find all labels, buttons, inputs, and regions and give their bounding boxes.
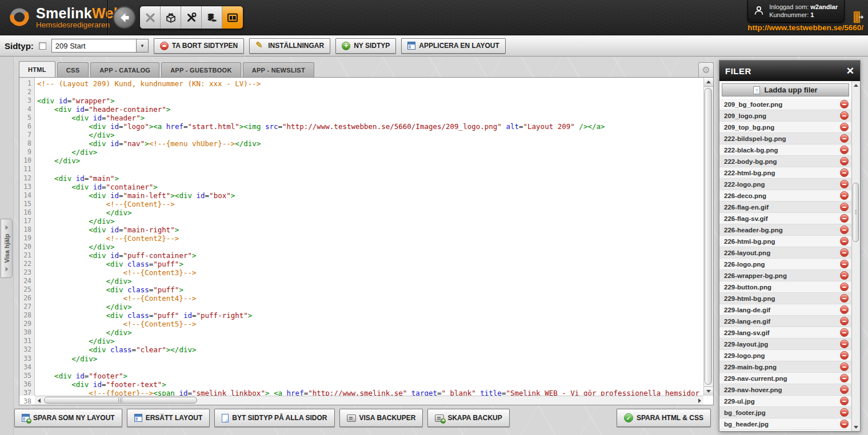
scroll-left-icon[interactable] <box>35 396 43 405</box>
delete-file-icon[interactable] <box>840 203 849 211</box>
file-name: 229-lang-sv.gif <box>724 329 770 336</box>
file-name: 222-logo.png <box>724 181 765 188</box>
delete-file-icon[interactable] <box>840 123 849 131</box>
line-number: 36 <box>19 380 34 389</box>
files-scrollbar[interactable] <box>851 81 860 431</box>
tab-css[interactable]: CSS <box>57 62 89 77</box>
layout-editor-icon[interactable] <box>222 6 243 29</box>
pagetype-dropdown[interactable]: 209 Start <box>51 39 149 53</box>
tab-app-catalog[interactable]: APP - CATALOG <box>90 62 159 77</box>
site-url-link[interactable]: http://www.testwebben.se/5660/ <box>747 23 863 32</box>
change-pagetype-all-pages-button[interactable]: BYT SIDTYP PÅ ALLA SIDOR <box>214 409 334 427</box>
delete-file-icon[interactable] <box>840 340 849 348</box>
new-pagetype-button[interactable]: NY SIDTYP <box>335 38 396 54</box>
vertical-scroll-thumb[interactable] <box>705 88 712 385</box>
delete-file-icon[interactable] <box>840 191 849 200</box>
code-editor[interactable]: 1<!-- (Layout 209) Kund, kundnummer (KN:… <box>19 77 714 405</box>
save-html-css-button[interactable]: SPARA HTML & CSS <box>617 409 711 427</box>
delete-file-icon[interactable] <box>840 168 849 177</box>
save-as-new-layout-button[interactable]: SPARA SOM NY LAYOUT <box>14 409 122 427</box>
close-icon[interactable] <box>846 66 854 76</box>
delete-file-icon[interactable] <box>840 214 849 223</box>
editor-horizontal-scrollbar[interactable] <box>35 396 703 405</box>
file-name: 229-button.png <box>724 284 771 291</box>
scroll-right-icon[interactable] <box>695 396 703 405</box>
button-label: VISA BACKUPER <box>359 414 416 422</box>
file-row: 226-wrapper-bg.png <box>719 270 851 281</box>
delete-file-icon[interactable] <box>840 328 849 337</box>
delete-file-icon[interactable] <box>840 237 849 245</box>
files-scroll-thumb[interactable] <box>853 183 859 242</box>
delete-file-icon[interactable] <box>840 397 849 405</box>
line-number: 21 <box>19 251 34 260</box>
tab-html[interactable]: HTML <box>19 61 55 77</box>
pagetype-checkbox[interactable] <box>39 42 46 50</box>
delete-file-icon[interactable] <box>840 420 849 428</box>
window-icon <box>134 414 142 422</box>
delete-file-icon[interactable] <box>840 225 849 234</box>
show-help-tab[interactable]: Visa hjälp <box>1 219 13 278</box>
scroll-down-icon[interactable] <box>852 423 860 431</box>
tools-icon[interactable] <box>181 6 202 29</box>
code-line: 10 </div> <box>19 156 713 165</box>
code-line: 28 <div class="puff" id="puff-right"> <box>19 311 713 320</box>
file-name: 229-layout.jpg <box>724 341 768 348</box>
line-number: 14 <box>19 191 34 200</box>
file-row: 222-logo.png <box>719 179 851 190</box>
apply-layout-button[interactable]: APPLICERA EN LAYOUT <box>401 38 505 54</box>
delete-file-icon[interactable] <box>840 180 849 188</box>
delete-file-icon[interactable] <box>840 294 849 303</box>
editor-settings-gear-icon[interactable] <box>698 62 714 77</box>
delete-file-icon[interactable] <box>840 260 849 268</box>
line-content: <div id="container"> <box>34 183 158 191</box>
tab-app-guestbook[interactable]: APP - GUESTBOOK <box>161 62 241 77</box>
delete-file-icon[interactable] <box>840 100 849 108</box>
file-name: 226-layout.png <box>724 249 770 256</box>
settings-button[interactable]: INSTÄLLNINGAR <box>249 38 330 54</box>
delete-file-icon[interactable] <box>840 351 849 360</box>
scroll-up-icon[interactable] <box>704 78 713 87</box>
delete-file-icon[interactable] <box>840 362 849 371</box>
file-name: 222-html-bg.png <box>724 170 775 176</box>
delete-file-icon[interactable] <box>840 157 849 166</box>
scroll-down-icon[interactable] <box>704 386 713 396</box>
module-box-icon[interactable] <box>161 6 181 29</box>
back-button[interactable] <box>113 6 135 29</box>
delete-file-icon[interactable] <box>840 408 849 417</box>
delete-file-icon[interactable] <box>840 385 849 394</box>
delete-file-icon[interactable] <box>840 248 849 257</box>
scroll-up-icon[interactable] <box>852 81 860 89</box>
file-name: 222-bildspel-bg.png <box>724 135 786 142</box>
remove-pagetype-button[interactable]: TA BORT SIDTYPEN <box>154 38 244 54</box>
horizontal-scroll-thumb[interactable] <box>44 397 197 404</box>
delete-file-icon[interactable] <box>840 271 849 280</box>
line-content: <div id="logo"><a href="start.html"><img… <box>34 122 605 131</box>
delete-file-icon[interactable] <box>840 317 849 325</box>
line-content: </div> <box>34 277 132 285</box>
code-line: 6 <div id="logo"><a href="start.html"><i… <box>19 122 713 131</box>
show-backups-button[interactable]: VISA BACKUPER <box>339 409 423 427</box>
delete-file-icon[interactable] <box>840 111 849 120</box>
file-name: 229-logo.png <box>724 352 765 359</box>
line-number: 31 <box>19 337 34 345</box>
database-icon[interactable] <box>202 6 222 29</box>
delete-file-icon[interactable] <box>840 374 849 382</box>
button-label: TA BORT SIDTYPEN <box>172 42 238 50</box>
line-number: 10 <box>19 156 34 165</box>
pagetype-bar: Sidtyp: 209 Start TA BORT SIDTYPEN INSTÄ… <box>0 35 868 57</box>
file-row: 229-button.png <box>719 281 851 293</box>
delete-file-icon[interactable] <box>840 134 849 143</box>
create-backup-button[interactable]: SKAPA BACKUP <box>427 409 509 427</box>
delete-file-icon[interactable] <box>840 283 849 291</box>
tab-app-newslist[interactable]: APP - NEWSLIST <box>243 62 314 77</box>
editor-vertical-scrollbar[interactable] <box>703 78 713 396</box>
replace-layout-button[interactable]: ERSÄTT LAYOUT <box>127 409 210 427</box>
delete-file-icon[interactable] <box>840 146 849 154</box>
upload-files-button[interactable]: Ladda upp filer <box>722 83 849 96</box>
chevron-down-icon[interactable] <box>136 39 148 52</box>
user-icon <box>753 5 765 17</box>
main-toolbar <box>139 6 243 29</box>
delete-file-icon[interactable] <box>840 305 849 314</box>
code-line: 26 <!--{Content4}--> <box>19 294 713 303</box>
crossed-pencils-icon[interactable] <box>140 6 161 29</box>
